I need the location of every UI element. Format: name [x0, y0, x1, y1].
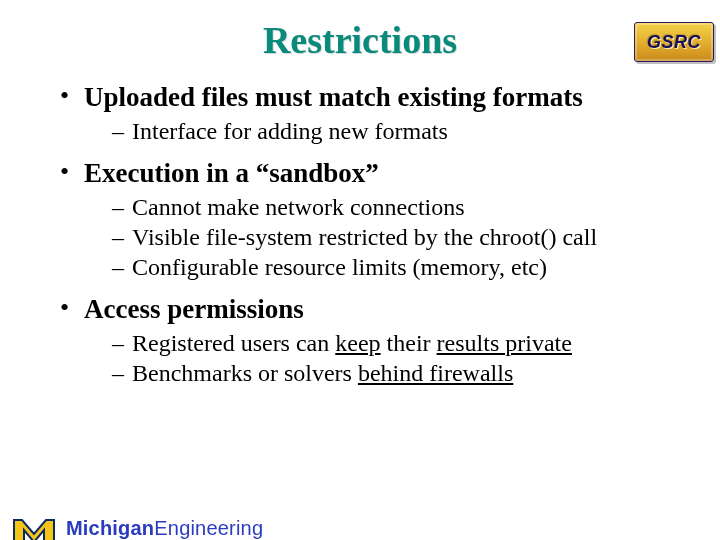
gsrc-badge: GSRC	[634, 22, 714, 62]
sub-text: Cannot make network connections	[132, 194, 465, 220]
sub-list: Cannot make network connections Visible …	[84, 192, 666, 282]
sub-list: Interface for adding new formats	[84, 116, 666, 146]
sub-item: Cannot make network connections	[112, 192, 666, 222]
slide-content: Uploaded files must match existing forma…	[0, 80, 720, 388]
bullet-head: Access permissions	[84, 294, 304, 324]
bullet-item: Execution in a “sandbox” Cannot make net…	[54, 156, 666, 282]
bullet-item: Access permissions Registered users can …	[54, 292, 666, 388]
sub-text-mid: their	[381, 330, 437, 356]
sub-item: Interface for adding new formats	[112, 116, 666, 146]
sub-text: Visible file-system restricted by the ch…	[132, 224, 597, 250]
michigan-logo-icon	[12, 508, 56, 540]
bullet-head: Uploaded files must match existing forma…	[84, 82, 583, 112]
bullet-head: Execution in a “sandbox”	[84, 158, 379, 188]
footer-brand-light: Engineering	[154, 517, 263, 539]
sub-item: Benchmarks or solvers behind firewalls	[112, 358, 666, 388]
footer-brand: MichiganEngineering	[66, 517, 263, 540]
bullet-item: Uploaded files must match existing forma…	[54, 80, 666, 146]
sub-text-u1: keep	[335, 330, 380, 356]
sub-text: Configurable resource limits (memory, et…	[132, 254, 547, 280]
bullet-list: Uploaded files must match existing forma…	[54, 80, 666, 388]
sub-item: Configurable resource limits (memory, et…	[112, 252, 666, 282]
footer: MichiganEngineering	[12, 508, 263, 540]
gsrc-badge-text: GSRC	[647, 32, 701, 53]
sub-text-pre: Benchmarks or solvers	[132, 360, 358, 386]
sub-item: Visible file-system restricted by the ch…	[112, 222, 666, 252]
sub-item: Registered users can keep their results …	[112, 328, 666, 358]
sub-list: Registered users can keep their results …	[84, 328, 666, 388]
slide-title: Restrictions	[0, 18, 720, 62]
slide: GSRC Restrictions Uploaded files must ma…	[0, 18, 720, 540]
footer-brand-bold: Michigan	[66, 517, 154, 539]
sub-text-pre: Registered users can	[132, 330, 335, 356]
sub-text: Interface for adding new formats	[132, 118, 448, 144]
sub-text-u2: results private	[437, 330, 572, 356]
sub-text-u1: behind firewalls	[358, 360, 513, 386]
